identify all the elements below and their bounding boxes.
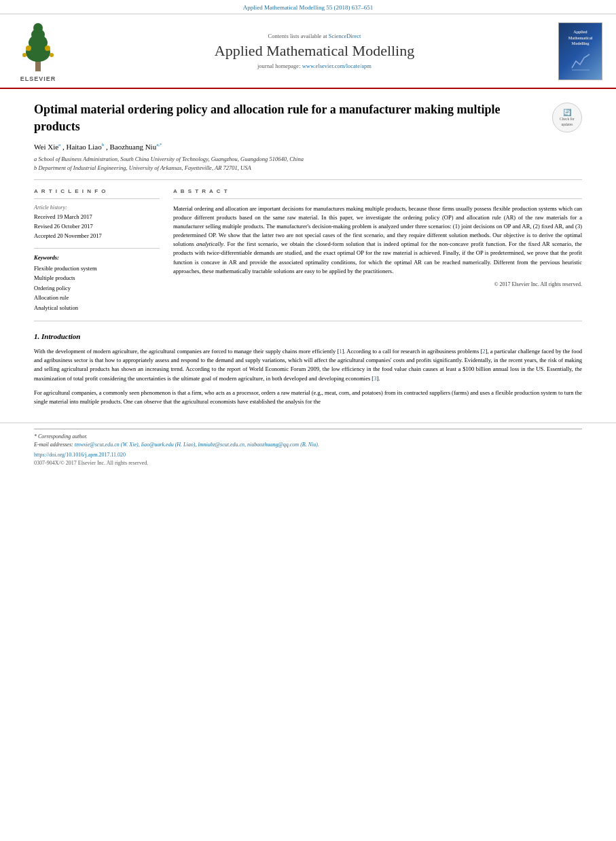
keywords-label: Keywords: — [34, 254, 160, 261]
cover-line2: Mathematical — [568, 35, 593, 41]
author2-affil: b — [102, 142, 105, 147]
author3-name: , Baozhuang Niu — [106, 143, 156, 151]
received-date: Received 19 March 2017 — [34, 212, 160, 221]
email-addresses-line: E-mail addresses: tmwxie@scut.edu.cn (W.… — [34, 442, 582, 448]
svg-point-6 — [45, 46, 50, 51]
journal-cover-image: Applied Mathematical Modelling — [558, 22, 602, 80]
article-history-dates: Received 19 March 2017 Revised 26 Octobe… — [34, 212, 160, 241]
check-for-updates-badge[interactable]: 🔄 Check for updates — [552, 103, 582, 132]
paper-title: Optimal material ordering policy and all… — [34, 101, 582, 135]
article-info-divider — [34, 198, 160, 199]
section1-para1: With the development of modern agricultu… — [34, 347, 582, 383]
footnote-section: * Corresponding author. E-mail addresses… — [0, 423, 616, 471]
svg-point-5 — [26, 46, 31, 51]
issn-text: 0307-904X/© 2017 Elsevier Inc. All right… — [34, 460, 582, 466]
cover-line3: Modelling — [568, 41, 593, 46]
keyword-3: Ordering policy — [34, 283, 160, 293]
contents-available-text: Contents lists available at ScienceDirec… — [71, 33, 558, 39]
homepage-url[interactable]: www.elsevier.com/locate/apm — [302, 62, 372, 69]
affiliation-a: a School of Business Administration, Sou… — [34, 155, 582, 164]
journal-reference-bar: Applied Mathematical Modelling 55 (2018)… — [0, 0, 616, 14]
article-info-abstract: A R T I C L E I N F O Article history: R… — [34, 180, 582, 322]
article-info-label: A R T I C L E I N F O — [34, 188, 160, 194]
journal-header: ELSEVIER Contents lists available at Sci… — [0, 14, 616, 89]
keywords-divider — [34, 248, 160, 249]
affiliations: a School of Business Administration, Sou… — [34, 155, 582, 173]
keywords-list: Flexible production system Multiple prod… — [34, 264, 160, 312]
keywords-section: Keywords: Flexible production system Mul… — [34, 254, 160, 312]
affiliation-b: b Department of Industrial Engineering, … — [34, 164, 582, 173]
homepage-line: journal homepage: www.elsevier.com/locat… — [71, 62, 558, 69]
introduction-section: 1. Introduction With the development of … — [34, 321, 582, 423]
keyword-1: Flexible production system — [34, 264, 160, 273]
email-addresses-text[interactable]: tmwxie@scut.edu.cn (W. Xie), liao@uark.e… — [75, 442, 319, 448]
author1-affil: a — [58, 142, 60, 147]
doi-link[interactable]: https://doi.org/10.1016/j.apm.2017.11.02… — [34, 452, 582, 458]
main-content: 🔄 Check for updates Optimal material ord… — [0, 89, 616, 423]
svg-point-4 — [33, 23, 43, 33]
keyword-5: Analytical solution — [34, 303, 160, 312]
copyright-text: © 2017 Elsevier Inc. All rights reserved… — [173, 281, 582, 287]
keyword-4: Allocation rule — [34, 293, 160, 302]
ref2[interactable]: 2 — [482, 348, 485, 355]
svg-rect-0 — [35, 60, 41, 71]
journal-name: Applied Mathematical Modelling — [71, 42, 558, 60]
paper-title-section: 🔄 Check for updates Optimal material ord… — [34, 89, 582, 180]
corresponding-author-label: * Corresponding author. — [34, 433, 582, 440]
elsevier-logo: ELSEVIER — [14, 20, 62, 82]
article-history-label: Article history: — [34, 204, 160, 211]
author1-name: Wei Xie — [34, 143, 58, 151]
journal-reference-text: Applied Mathematical Modelling 55 (2018)… — [243, 4, 374, 11]
revised-date: Revised 26 October 2017 — [34, 221, 160, 231]
section1-heading: 1. Introduction — [34, 332, 582, 340]
article-info-panel: A R T I C L E I N F O Article history: R… — [34, 188, 160, 313]
cover-line1: Applied — [568, 29, 593, 35]
abstract-panel: A B S T R A C T Material ordering and al… — [173, 188, 582, 313]
abstract-divider — [173, 198, 582, 199]
svg-point-7 — [22, 53, 26, 57]
cover-icon — [570, 51, 591, 71]
abstract-label: A B S T R A C T — [173, 188, 582, 194]
page: Applied Mathematical Modelling 55 (2018)… — [0, 0, 616, 841]
ref1[interactable]: 1 — [339, 348, 342, 355]
author2-name: , Haitao Liao — [62, 143, 102, 151]
section1-para2: For agricultural companies, a commonly s… — [34, 389, 582, 406]
elsevier-tree-icon — [14, 20, 62, 74]
author3-affil: a,* — [156, 142, 162, 147]
sciencedirect-link[interactable]: ScienceDirect — [329, 33, 361, 39]
ref3[interactable]: 3 — [374, 375, 376, 382]
check-for-updates-label: 🔄 Check for updates — [560, 108, 575, 126]
keyword-2: Multiple products — [34, 273, 160, 283]
abstract-text: Material ordering and allocation are imp… — [173, 204, 582, 276]
accepted-date: Accepted 20 November 2017 — [34, 231, 160, 240]
authors-line: Wei Xiea , Haitao Liaob , Baozhuang Niua… — [34, 142, 582, 151]
elsevier-wordmark: ELSEVIER — [14, 75, 62, 82]
journal-title-area: Contents lists available at ScienceDirec… — [71, 33, 558, 69]
svg-point-8 — [50, 53, 54, 57]
